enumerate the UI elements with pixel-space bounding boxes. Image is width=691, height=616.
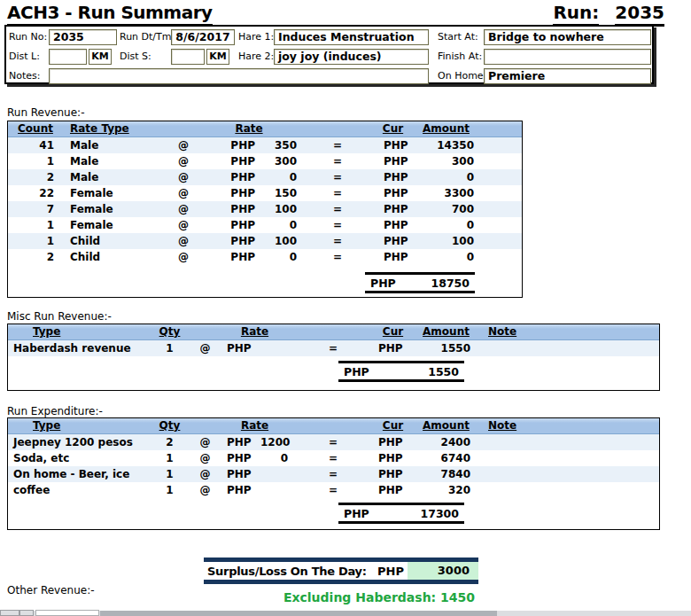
count-header: Count (8, 121, 63, 136)
type-cell: coffee (8, 482, 145, 498)
surplus-amount: 3000 (408, 562, 478, 580)
dist-l-label: Dist L: (9, 49, 40, 65)
rate-type-cell: Child (63, 233, 171, 249)
spreadsheet-run-summary: ACH3 - Run Summary Run: 2035 Run No: 203… (0, 0, 691, 616)
rate-type-cell: Male (63, 137, 171, 153)
total-currency: PHP (370, 277, 396, 290)
start-at-label: Start At: (438, 29, 478, 45)
amount-currency-cell: PHP (373, 185, 413, 201)
rate-cell: 0 (260, 450, 293, 466)
finish-at-field[interactable] (484, 49, 651, 65)
on-home-label: On Home: (438, 68, 486, 84)
scrollbar-thumb[interactable] (100, 611, 497, 616)
qty-cell: 1 (145, 466, 194, 482)
amount-header: Amount (413, 418, 479, 433)
rate-cell: 1200 (260, 434, 293, 450)
amount-cell: 6740 (413, 450, 479, 466)
at-symbol: @ (171, 233, 196, 249)
type-cell: On home - Beer, ice (8, 466, 145, 482)
tab-scroll-left-button[interactable] (0, 610, 19, 616)
rate-currency-cell: PHP (196, 169, 262, 185)
run-dttm-field[interactable]: 8/6/2017 (171, 29, 235, 45)
hare2-field[interactable]: joy joy (induces) (274, 49, 429, 65)
on-home-field[interactable]: Premiere (484, 68, 651, 84)
rate-cell: 0 (262, 169, 302, 185)
at-symbol: @ (171, 217, 196, 233)
rate-cell: 300 (262, 153, 302, 169)
rate-type-cell: Male (63, 153, 171, 169)
run-header-form: Run No: 2035 Run Dt/Tm: 8/6/2017 Hare 1:… (4, 25, 654, 84)
expenditure-row: coffee 1 @ PHP = PHP 320 (8, 482, 659, 498)
rate-type-cell: Male (63, 169, 171, 185)
amount-cell: 700 (413, 201, 479, 217)
hare2-label: Hare 2: (238, 49, 274, 65)
tab-scroll-right-button[interactable] (19, 610, 34, 616)
amount-currency-cell: PHP (373, 450, 413, 466)
total-amount: 1550 (428, 365, 459, 378)
other-revenue-section-label: Other Revenue:- (7, 584, 95, 597)
note-header: Note (479, 324, 550, 339)
expenditure-header-row: Type Qty Rate Cur Amount Note (8, 418, 659, 434)
equals-symbol: = (293, 450, 373, 466)
amount-cell: 14350 (413, 137, 479, 153)
rate-currency-cell: PHP (216, 450, 260, 466)
page-title: ACH3 - Run Summary (7, 2, 213, 27)
rate-type-cell: Child (63, 249, 171, 265)
misc-revenue-total: PHP 1550 (338, 361, 464, 382)
amount-header: Amount (413, 324, 479, 339)
amount-currency-cell: PHP (373, 233, 413, 249)
expenditure-row: Jeepney 1200 pesos 2 @ PHP 1200 = PHP 24… (8, 434, 659, 450)
amount-cell: 0 (413, 169, 479, 185)
dist-s-field[interactable] (171, 49, 205, 65)
revenue-row: 2 Male @ PHP 0 = PHP 0 (8, 169, 522, 185)
equals-symbol: = (302, 185, 373, 201)
hare1-label: Hare 1: (238, 29, 274, 45)
notes-label: Notes: (9, 68, 40, 84)
amount-cell: 300 (413, 153, 479, 169)
at-symbol: @ (194, 340, 216, 356)
surplus-label: Surplus/Loss On The Day: (204, 565, 377, 578)
qty-cell: 1 (145, 340, 194, 356)
equals-symbol: = (293, 466, 373, 482)
amount-cell: 3300 (413, 185, 479, 201)
run-revenue-total: PHP 18750 (365, 272, 475, 293)
rate-currency-cell: PHP (196, 249, 262, 265)
expenditure-row: On home - Beer, ice 1 @ PHP = PHP 7840 (8, 466, 659, 482)
equals-symbol: = (302, 153, 373, 169)
hare1-field[interactable]: Induces Menstruation (274, 29, 429, 45)
rate-type-header: Rate Type (63, 121, 171, 136)
expenditure-total: PHP 17300 (338, 503, 464, 524)
sheet-tab[interactable] (35, 610, 99, 616)
expenditure-row: Soda, etc 1 @ PHP 0 = PHP 6740 (8, 450, 659, 466)
cur-header: Cur (373, 324, 413, 339)
amount-header: Amount (413, 121, 479, 136)
equals-symbol: = (302, 201, 373, 217)
cur-header: Cur (373, 418, 413, 433)
amount-currency-cell: PHP (373, 340, 413, 356)
rate-currency-cell: PHP (216, 482, 260, 498)
count-cell: 1 (8, 233, 63, 249)
amount-cell: 2400 (413, 434, 479, 450)
revenue-row: 1 Child @ PHP 100 = PHP 100 (8, 233, 522, 249)
revenue-row: 22 Female @ PHP 150 = PHP 3300 (8, 185, 522, 201)
amount-cell: 320 (413, 482, 479, 498)
expenditure-section-label: Run Expenditure:- (7, 405, 103, 417)
run-no-field[interactable]: 2035 (49, 29, 117, 45)
start-at-field[interactable]: Bridge to nowhere (484, 29, 651, 45)
total-currency: PHP (344, 507, 369, 520)
dist-s-label: Dist S: (120, 49, 151, 65)
total-amount: 18750 (431, 277, 470, 290)
at-symbol: @ (171, 249, 196, 265)
rate-currency-cell: PHP (196, 217, 262, 233)
dist-l-field[interactable] (49, 49, 87, 65)
run-revenue-section-label: Run Revenue:- (7, 106, 84, 119)
notes-field[interactable] (49, 68, 429, 84)
at-symbol: @ (194, 466, 216, 482)
run-revenue-header-row: Count Rate Type Rate Cur Amount (8, 121, 522, 137)
amount-cell: 7840 (413, 466, 479, 482)
rate-cell: 100 (262, 233, 302, 249)
type-cell: Soda, etc (8, 450, 145, 466)
qty-header: Qty (145, 324, 194, 339)
qty-cell: 2 (145, 434, 194, 450)
total-amount: 17300 (421, 507, 460, 520)
